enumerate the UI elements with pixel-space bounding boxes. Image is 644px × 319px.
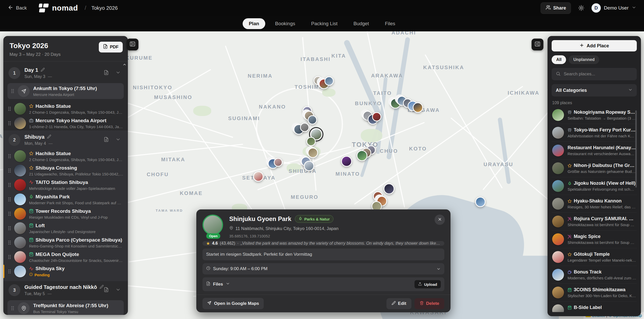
map-marker[interactable] (372, 112, 381, 121)
file-text-icon (206, 281, 210, 287)
place-list-item[interactable]: 3COINS ShimokitazawaStylischer 300-Yen-L… (552, 284, 637, 302)
close-popup-button[interactable] (435, 215, 445, 225)
place-thumb (14, 265, 26, 277)
delete-button[interactable]: Delete (414, 298, 444, 309)
drag-handle-icon[interactable] (8, 269, 11, 274)
event-card[interactable]: Treffpunkt für Abreise (7:55 Uhr)Bus Ter… (7, 300, 124, 315)
map-marker[interactable] (384, 183, 394, 194)
itinerary-place-row[interactable]: Shibuya Crossing21 Udagawacho, Shibuya, … (7, 163, 124, 178)
event-card[interactable]: Ankunft in Tokyo (7:55 Uhr)Mercure Haned… (7, 83, 124, 99)
day-title: Guided Tagestour nach Nikkō (24, 284, 97, 290)
place-list-item[interactable]: Gōtokuji TempleLegendärer Tempel voller … (552, 248, 637, 266)
edit-button[interactable]: Edit (386, 298, 411, 309)
drag-handle-icon[interactable] (8, 197, 11, 202)
itinerary-place-row[interactable]: Shibuya Parco (Cyberspace Shibuya)Retro-… (7, 235, 124, 250)
files-row[interactable]: Files Upload (202, 277, 444, 291)
itinerary-place-row[interactable]: TAITO Station ShibuyaMehrstöckige Arcade… (7, 178, 124, 192)
itinerary-place-row[interactable]: Hachiko Statue2 Chome-1 Dogenzaka, Shibu… (7, 102, 124, 116)
open-google-maps-button[interactable]: Open in Google Maps (202, 298, 264, 309)
file-text-icon[interactable] (104, 70, 109, 76)
collapse-right-panel-button[interactable] (532, 39, 543, 50)
itinerary-place-row[interactable]: Hachiko Statue2 Chome-1 Dogenzaka, Shibu… (7, 149, 124, 163)
itinerary-place-row[interactable]: MEGA Don QuijoteChaotischer 24h-Discount… (7, 250, 124, 264)
day-header[interactable]: 1Day 1Sun, May 3— (7, 64, 124, 82)
drag-handle-icon[interactable] (8, 121, 11, 126)
place-list-item[interactable]: Bonus TrackModernes, dörfliches Café-Are… (552, 266, 637, 284)
map-marker[interactable] (306, 137, 316, 146)
itinerary-place-row[interactable]: Miyashita ParkModerner Park mit Shops, F… (7, 192, 124, 207)
map-marker[interactable] (304, 161, 314, 171)
place-list-item[interactable]: Tokyo-Wan Ferry Port Kuriha...Abfahrtsst… (552, 124, 637, 142)
map-marker[interactable] (274, 158, 283, 167)
opening-hours-row[interactable]: Sunday: 9:00 AM – 6:00 PM (202, 263, 444, 274)
drag-handle-icon[interactable] (8, 255, 11, 259)
itinerary-place-row[interactable]: Shibuya SkyPending (7, 264, 124, 279)
share-button[interactable]: Share (541, 2, 571, 14)
add-place-button[interactable]: Add Place (552, 40, 637, 51)
day-header[interactable]: 3Guided Tagestour nach NikkōTue, May 5— (7, 281, 124, 299)
scroll-up-icon[interactable] (122, 63, 127, 68)
drag-handle-icon[interactable] (8, 107, 11, 111)
place-list-item[interactable]: Nokogiriyama Ropeway Sum...Seilbahn: Tal… (552, 106, 637, 124)
pencil-icon[interactable] (100, 284, 104, 290)
pencil-icon[interactable] (41, 67, 45, 73)
map-marker[interactable] (324, 76, 334, 86)
tab-bookings[interactable]: Bookings (269, 18, 301, 29)
note-field[interactable]: Startet im riesigen Stadtpark. Perfekt f… (202, 249, 444, 260)
chevron-down-icon[interactable] (116, 287, 121, 293)
place-list-item[interactable]: B-Side LabelHochwertige, wasserfeste Sti… (552, 302, 637, 312)
file-text-icon[interactable] (104, 287, 109, 293)
drag-handle-icon[interactable] (8, 226, 11, 231)
user-menu[interactable]: D Demo User (592, 3, 636, 13)
itinerary-place-row[interactable]: LoftJapanischer Lifestyle- und Designsto… (7, 221, 124, 235)
chevron-down-icon[interactable] (116, 137, 121, 143)
category-select[interactable]: All Categories (552, 84, 637, 96)
place-list-item[interactable]: Restaurant Harunatei (Kanaya Po...Restau… (552, 142, 637, 160)
trip-title: Tokyo 2026 (10, 42, 60, 50)
drag-handle-icon[interactable] (8, 154, 11, 158)
drag-handle-icon[interactable] (8, 240, 11, 245)
map-marker[interactable] (253, 171, 263, 182)
rating-score: 4.6 (212, 241, 218, 246)
place-subtitle: 21 Udagawacho, Shibuya, Präfektur Tokio … (29, 172, 123, 176)
map-marker[interactable] (308, 148, 318, 158)
theme-toggle-sun-icon[interactable] (578, 5, 584, 11)
drag-handle-icon[interactable] (11, 306, 14, 311)
search-input[interactable] (564, 72, 633, 77)
tab-plan[interactable]: Plan (243, 18, 265, 29)
place-thumb (552, 216, 564, 227)
drag-handle-icon[interactable] (11, 89, 14, 93)
scrollbar-thumb[interactable] (635, 110, 637, 188)
map-marker[interactable] (475, 197, 486, 207)
upload-button[interactable]: Upload (414, 280, 441, 288)
drag-handle-icon[interactable] (8, 183, 11, 187)
tab-budget[interactable]: Budget (347, 18, 375, 29)
file-text-icon[interactable] (104, 137, 109, 143)
map-marker[interactable] (357, 150, 367, 161)
map-marker[interactable] (308, 115, 317, 125)
drag-handle-icon[interactable] (8, 168, 11, 173)
place-list-item[interactable]: Hyaku-Shaku KannonRiesiges, 30 Meter hoh… (552, 195, 637, 213)
open-status-badge: Open (206, 233, 220, 239)
filter-unplanned[interactable]: Unplanned (569, 55, 599, 64)
pencil-icon[interactable] (47, 134, 51, 140)
back-button[interactable]: Back (8, 5, 27, 12)
collapse-left-panel-button[interactable] (127, 39, 138, 50)
tab-files[interactable]: Files (379, 18, 401, 29)
drag-handle-icon[interactable] (8, 211, 11, 216)
tab-packing-list[interactable]: Packing List (305, 18, 343, 29)
filter-all[interactable]: All (552, 55, 566, 64)
place-list-item[interactable]: Nihon-ji Daibutsu (The Great ...Größte a… (552, 160, 637, 177)
map-marker[interactable] (300, 123, 309, 132)
itinerary-place-row[interactable]: Mercure Tokyo Haneda Airport1-chōme-2-11… (7, 116, 124, 130)
pdf-export-button[interactable]: PDF (99, 42, 123, 52)
chevron-down-icon[interactable] (116, 70, 121, 76)
map-marker[interactable] (341, 156, 352, 167)
day-header[interactable]: 2ShibuyaMon, May 4— (7, 131, 124, 149)
itinerary-place-row[interactable]: Tower Records ShibuyaRiesiger Musikladen… (7, 207, 124, 221)
brand[interactable]: nomad (39, 4, 78, 12)
map-marker[interactable] (413, 102, 423, 113)
place-list-item[interactable]: Magic SpiceShimokitazawa ist berühmt für… (552, 231, 637, 248)
place-list-item[interactable]: Jigoku Nozoki (View of Hell)Spektakuläre… (552, 177, 637, 195)
place-list-item[interactable]: Rojiura Curry SAMURAI. Shim...Shimokitaz… (552, 213, 637, 231)
